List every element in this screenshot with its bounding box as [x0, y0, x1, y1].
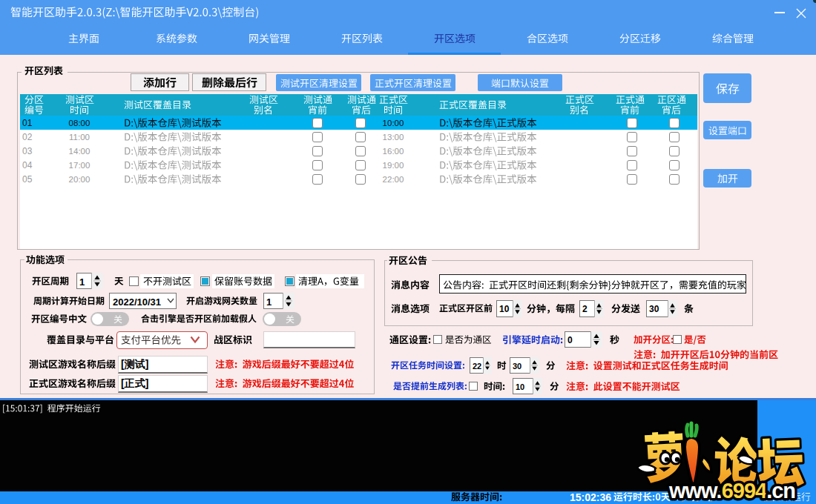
svg-text:www.6994.cn: www.6994.cn: [668, 479, 795, 503]
